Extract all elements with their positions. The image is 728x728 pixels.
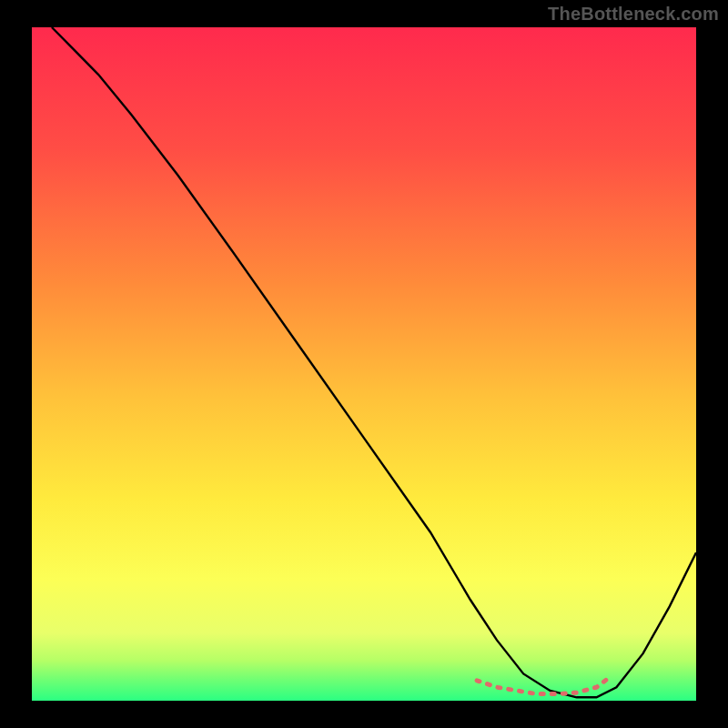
chart-frame: TheBottleneck.com xyxy=(0,0,728,728)
watermark-text: TheBottleneck.com xyxy=(548,4,719,25)
bottleneck-chart xyxy=(32,27,696,701)
chart-background xyxy=(32,27,696,701)
